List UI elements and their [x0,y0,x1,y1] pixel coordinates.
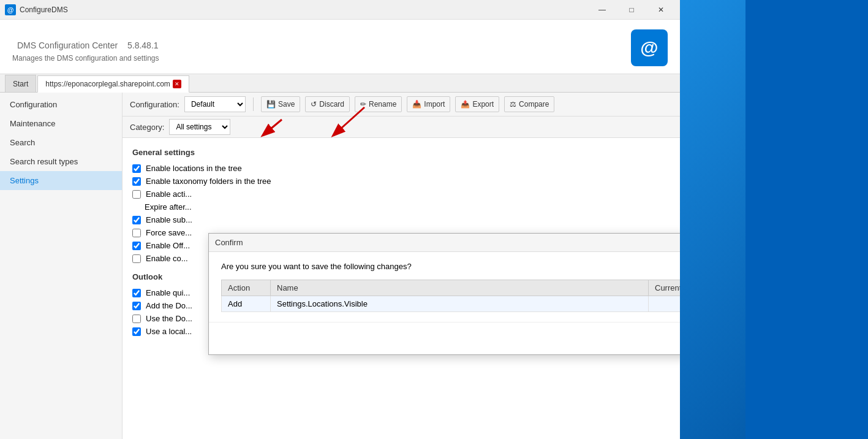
setting-taxonomy-checkbox[interactable] [132,177,141,186]
export-button[interactable]: 📤 Export [455,96,499,112]
sidebar-item-settings[interactable]: Settings [0,171,122,190]
import-icon: 📥 [412,100,421,109]
app-logo: @ [631,29,668,66]
setting-subfolders-checkbox[interactable] [132,216,141,224]
discard-icon: ↺ [311,100,317,109]
setting-activities: Enable acti... [132,188,670,200]
row-action: Add [222,296,271,312]
sidebar: Configuration Maintenance Search Search … [0,93,123,439]
setting-quick-checkbox[interactable] [132,289,141,297]
title-bar: @ ConfigureDMS — □ ✕ [0,0,680,20]
dialog-content: Are you sure you want to save the follow… [209,252,680,322]
dialog-title-bar: Confirm — □ ✕ [209,234,680,252]
maximize-button[interactable]: □ [617,0,646,20]
table-row: Add Settings.Locations.Visible yes [222,296,681,312]
app-header: DMS Configuration Center 5.8.48.1 Manage… [0,20,680,74]
setting-comments-checkbox[interactable] [132,254,141,263]
setting-use-local-checkbox[interactable] [132,327,141,336]
sidebar-item-search-result-types[interactable]: Search result types [0,152,122,171]
app-title: DMS Configuration Center 5.8.48.1 [12,33,159,53]
dialog-question: Are you sure you want to save the follow… [221,262,680,271]
setting-subfolders: Enable sub... [132,213,670,226]
dialog-changes-table: Action Name Current value New value Add … [221,280,680,312]
tab-start[interactable]: Start [5,75,36,92]
setting-locations-checkbox[interactable] [132,164,141,173]
setting-use-doc-checkbox[interactable] [132,315,141,323]
row-name: Settings.Locations.Visible [271,296,649,312]
setting-locations: Enable locations in the tree [132,162,670,175]
export-icon: 📤 [461,100,470,109]
col-name: Name [271,280,649,296]
category-select[interactable]: All settings [169,119,230,135]
app-icon: @ [5,4,16,15]
compare-button[interactable]: ⚖ Compare [504,96,554,112]
discard-button[interactable]: ↺ Discard [305,96,350,112]
app-subtitle: Manages the DMS configuration and settin… [12,54,159,63]
row-current-value [649,296,681,312]
save-button[interactable]: 💾 Save [261,96,300,112]
minimize-button[interactable]: — [588,0,616,20]
col-action: Action [222,280,271,296]
sidebar-item-search[interactable]: Search [0,133,122,152]
save-icon: 💾 [266,100,276,109]
toolbar-separator-1 [253,97,254,111]
category-label: Category: [130,123,164,132]
config-select[interactable]: Default [184,96,246,112]
tab-close-icon[interactable]: ✕ [173,80,181,88]
setting-activities-checkbox[interactable] [132,190,141,199]
import-button[interactable]: 📥 Import [407,96,450,112]
dialog-title: Confirm [215,238,243,247]
category-row: Category: All settings [123,116,680,138]
dialog-footer: OK Cancel [209,322,680,354]
setting-add-doc-checkbox[interactable] [132,302,141,310]
window-controls: — □ ✕ [588,0,675,20]
version-label: 5.8.48.1 [127,40,159,50]
compare-icon: ⚖ [510,100,516,109]
setting-offline-checkbox[interactable] [132,242,141,250]
sidebar-item-maintenance[interactable]: Maintenance [0,114,122,133]
sidebar-item-configuration[interactable]: Configuration [0,95,122,114]
window-title: ConfigureDMS [20,6,588,14]
tab-sharepoint[interactable]: https://eponacorplegal.sharepoint.com ✕ [37,75,189,93]
confirm-dialog: Confirm — □ ✕ Are you sure you want to s… [208,233,680,355]
config-label: Configuration: [130,100,179,109]
setting-force-save-checkbox[interactable] [132,229,141,237]
tab-bar: Start https://eponacorplegal.sharepoint.… [0,74,680,93]
rename-button[interactable]: ✏ Rename [355,96,402,112]
setting-taxonomy: Enable taxonomy folders in the tree [132,175,670,188]
rename-icon: ✏ [360,100,366,109]
col-current: Current value [649,280,681,296]
general-settings-title: General settings [132,148,670,157]
close-button[interactable]: ✕ [647,0,675,20]
toolbar: Configuration: Default 💾 Save ↺ Discard [123,93,680,116]
setting-expire: Expire after... [132,200,670,213]
